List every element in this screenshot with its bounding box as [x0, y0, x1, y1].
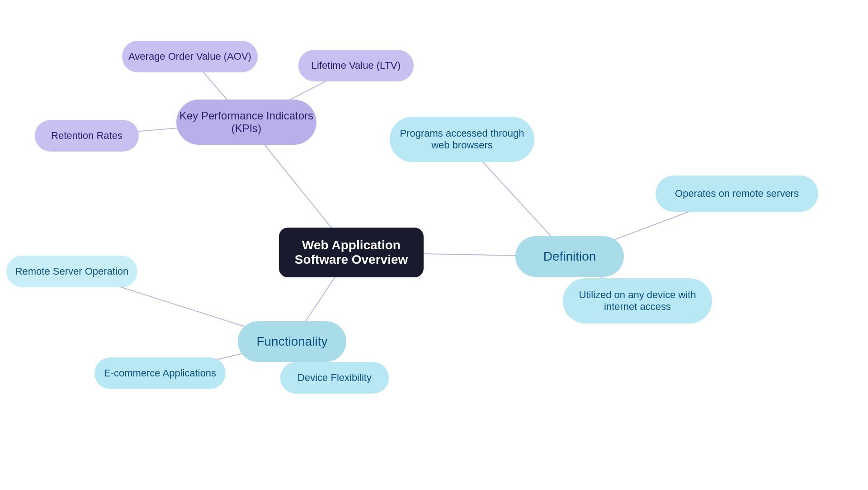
ecommerce-label: E-commerce Applications [104, 367, 216, 379]
device-label: Device Flexibility [297, 372, 372, 384]
programs-label: Programs accessed through web browsers [390, 128, 534, 151]
aov-label: Average Order Value (AOV) [128, 51, 251, 62]
operates-label: Operates on remote servers [675, 188, 799, 200]
retention-label: Retention Rates [51, 130, 123, 142]
kpi-node: Key Performance Indicators (KPIs) [176, 100, 316, 145]
operates-node: Operates on remote servers [656, 176, 818, 212]
aov-node: Average Order Value (AOV) [122, 41, 258, 72]
functionality-label: Functionality [256, 334, 327, 349]
utilized-node: Utilized on any device with internet acc… [563, 278, 712, 323]
definition-label: Definition [543, 249, 596, 264]
ecommerce-node: E-commerce Applications [94, 357, 226, 389]
utilized-label: Utilized on any device with internet acc… [563, 289, 712, 313]
retention-node: Retention Rates [35, 120, 139, 152]
programs-node: Programs accessed through web browsers [390, 117, 534, 162]
functionality-node: Functionality [238, 321, 346, 362]
remote-label: Remote Server Operation [15, 266, 129, 277]
ltv-node: Lifetime Value (LTV) [298, 50, 414, 81]
center-node: Web Application Software Overview [279, 228, 424, 277]
ltv-label: Lifetime Value (LTV) [311, 60, 401, 71]
remote-node: Remote Server Operation [6, 256, 137, 287]
definition-node: Definition [515, 236, 624, 277]
kpi-label: Key Performance Indicators (KPIs) [176, 109, 316, 135]
center-label: Web Application Software Overview [279, 238, 424, 267]
device-node: Device Flexibility [280, 362, 389, 394]
